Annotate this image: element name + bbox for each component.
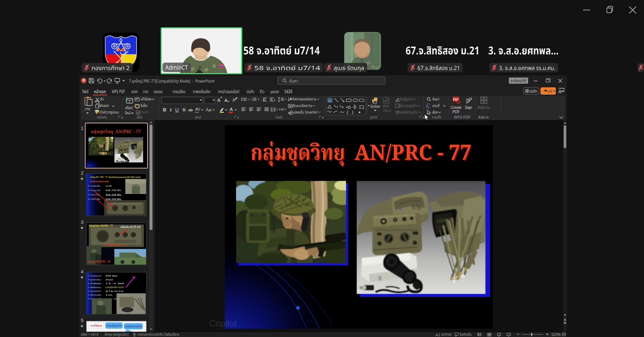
svg-text:3: 3 — [81, 219, 83, 225]
svg-text:2: 2 — [251, 99, 252, 101]
svg-text:5: 5 — [81, 318, 83, 323]
svg-text:A: A — [329, 99, 331, 102]
svg-text:Aa: Aa — [206, 107, 211, 112]
svg-text:110%: 110% — [551, 332, 561, 337]
svg-text:B: B — [163, 107, 166, 112]
svg-text:S: S — [182, 107, 186, 112]
svg-text:P: P — [82, 79, 85, 83]
svg-text:WPS PDF: WPS PDF — [454, 115, 471, 119]
svg-text:Add-ins: Add-ins — [478, 106, 490, 110]
svg-text:Copilot: Copilot — [209, 318, 237, 328]
svg-text:A: A — [224, 98, 227, 103]
svg-text:2: 2 — [81, 170, 83, 176]
svg-text:Create: Create — [451, 106, 462, 110]
svg-text:A: A — [232, 98, 235, 103]
svg-text:U: U — [175, 107, 179, 112]
svg-text:A: A — [290, 97, 292, 100]
svg-text:ab: ab — [188, 108, 193, 112]
svg-text:Add-in: Add-in — [478, 115, 489, 119]
svg-text:1: 1 — [81, 126, 83, 131]
svg-text:AV: AV — [195, 107, 200, 111]
svg-text:I: I — [169, 107, 172, 112]
svg-text:A: A — [229, 107, 233, 112]
svg-text:4: 4 — [81, 269, 83, 274]
svg-text:Sign: Sign — [465, 106, 472, 110]
svg-text:PDF: PDF — [452, 110, 460, 114]
